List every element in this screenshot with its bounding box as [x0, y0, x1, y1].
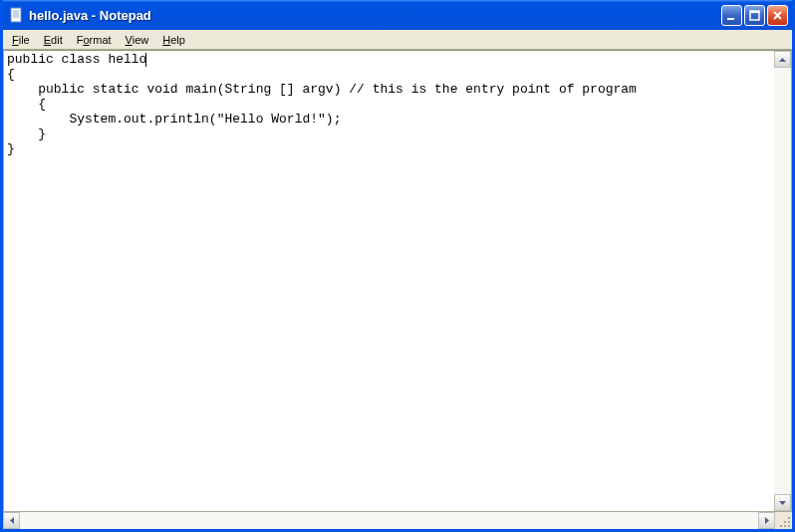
svg-rect-7: [750, 11, 759, 13]
scroll-up-button[interactable]: [774, 51, 791, 68]
menu-view[interactable]: View: [119, 32, 156, 48]
notepad-icon: [9, 7, 25, 23]
scroll-down-button[interactable]: [774, 494, 791, 511]
horizontal-scroll-row: [3, 512, 792, 529]
menu-edit[interactable]: Edit: [37, 32, 70, 48]
text-editor[interactable]: public class hello { public static void …: [4, 51, 774, 511]
scroll-track-vertical[interactable]: [774, 68, 791, 494]
title-bar[interactable]: hello.java - Notepad: [3, 0, 792, 30]
menu-help[interactable]: Help: [155, 32, 192, 48]
vertical-scrollbar[interactable]: [774, 51, 791, 511]
window-title: hello.java - Notepad: [29, 8, 721, 23]
editor-container: public class hello { public static void …: [3, 50, 792, 512]
minimize-button[interactable]: [721, 5, 742, 26]
horizontal-scrollbar[interactable]: [3, 512, 775, 529]
scroll-right-button[interactable]: [758, 512, 775, 529]
maximize-button[interactable]: [744, 5, 765, 26]
menu-format[interactable]: Format: [70, 32, 119, 48]
scroll-track-horizontal[interactable]: [20, 512, 758, 529]
menu-bar: File Edit Format View Help: [3, 30, 792, 50]
scroll-left-button[interactable]: [3, 512, 20, 529]
notepad-window: hello.java - Notepad File Edit Format Vi…: [0, 0, 795, 532]
menu-file[interactable]: File: [5, 32, 37, 48]
resize-grip[interactable]: [775, 512, 792, 529]
svg-rect-5: [727, 18, 734, 20]
window-controls: [721, 5, 788, 26]
close-button[interactable]: [767, 5, 788, 26]
